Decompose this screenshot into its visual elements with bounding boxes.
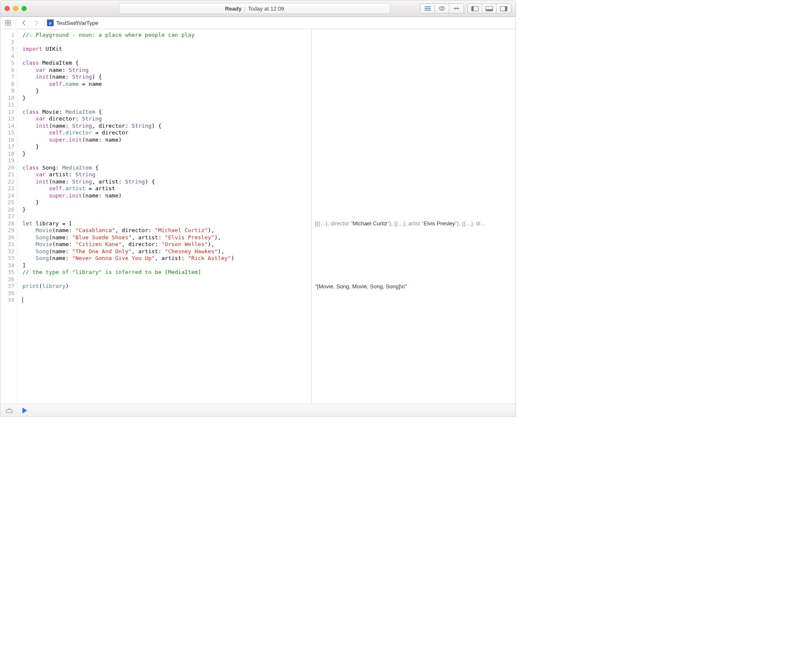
- line-number: 20: [0, 164, 17, 172]
- line-number: 39: [0, 297, 17, 304]
- playground-file-icon: p: [47, 19, 54, 26]
- minimize-window-button[interactable]: [13, 6, 18, 11]
- line-number: 14: [0, 123, 17, 130]
- toggle-bottom-panel-button[interactable]: [482, 4, 497, 13]
- svg-marker-13: [22, 408, 27, 413]
- svg-rect-9: [8, 20, 11, 22]
- panel-up-icon: [6, 408, 13, 413]
- toggle-debug-area-button[interactable]: [5, 406, 14, 415]
- left-panel-icon: [471, 6, 479, 11]
- compare-arrows-icon: [453, 6, 460, 11]
- nav-divider: [16, 19, 16, 27]
- line-number: 33: [0, 255, 17, 262]
- editor-mode-group: [420, 3, 464, 14]
- line-number: 3: [0, 46, 17, 53]
- svg-rect-11: [8, 23, 11, 25]
- line-number: 10: [0, 95, 17, 102]
- debug-bar: [0, 404, 516, 416]
- traffic-lights: [5, 6, 27, 11]
- line-number: 1: [0, 32, 17, 39]
- line-number: 12: [0, 109, 17, 116]
- line-number: 23: [0, 185, 17, 192]
- bottom-panel-icon: [486, 6, 493, 11]
- chevron-left-icon: [22, 20, 26, 26]
- standard-editor-icon: [424, 6, 431, 11]
- line-number: 36: [0, 276, 17, 283]
- line-number: 37: [0, 283, 17, 290]
- line-number: 8: [0, 81, 17, 88]
- venn-icon: [439, 5, 445, 11]
- svg-rect-5: [486, 9, 493, 11]
- line-number: 31: [0, 241, 17, 248]
- result-line-28[interactable]: [{{…}, director "Michael Curtiz"}, {{…},…: [315, 220, 512, 227]
- line-number: 38: [0, 290, 17, 297]
- line-number: 15: [0, 129, 17, 137]
- line-number: 18: [0, 151, 17, 158]
- status-label: Ready: [225, 5, 241, 12]
- line-number: 9: [0, 88, 17, 95]
- line-number: 25: [0, 199, 17, 206]
- line-number: 13: [0, 115, 17, 123]
- line-number: 24: [0, 192, 17, 200]
- line-number: 17: [0, 143, 17, 151]
- jump-bar: p TestSwiftVarType: [0, 17, 516, 29]
- nav-forward-button[interactable]: [31, 18, 41, 28]
- line-number: 22: [0, 178, 17, 186]
- line-number: 7: [0, 74, 17, 81]
- line-number: 26: [0, 206, 17, 214]
- svg-rect-12: [6, 410, 12, 413]
- line-number: 11: [0, 101, 17, 109]
- line-number-gutter[interactable]: 1234567891011121314151617181920212223242…: [0, 29, 17, 404]
- grid-icon: [5, 20, 11, 26]
- right-panel-icon: [500, 6, 508, 11]
- line-number: 19: [0, 157, 17, 164]
- close-window-button[interactable]: [5, 6, 10, 11]
- chevron-right-icon: [35, 20, 38, 26]
- assistant-editor-button[interactable]: [435, 4, 449, 13]
- breadcrumb[interactable]: TestSwiftVarType: [56, 20, 98, 26]
- line-number: 29: [0, 227, 17, 234]
- editor-area: 1234567891011121314151617181920212223242…: [0, 29, 516, 404]
- svg-rect-8: [5, 20, 8, 22]
- toolbar-right: [420, 3, 511, 14]
- line-number: 6: [0, 67, 17, 74]
- related-items-button[interactable]: [3, 18, 13, 28]
- svg-rect-10: [5, 23, 8, 25]
- line-number: 30: [0, 234, 17, 241]
- version-editor-button[interactable]: [449, 4, 464, 13]
- line-number: 2: [0, 39, 17, 46]
- line-number: 16: [0, 137, 17, 144]
- line-number: 28: [0, 220, 17, 227]
- line-number: 32: [0, 248, 17, 255]
- execute-playground-button[interactable]: [20, 406, 29, 415]
- line-number: 21: [0, 171, 17, 178]
- nav-back-button[interactable]: [19, 18, 29, 28]
- result-line-37[interactable]: "[Movie, Song, Movie, Song, Song]\n": [315, 283, 512, 290]
- svg-rect-3: [472, 6, 474, 11]
- line-number: 4: [0, 53, 17, 60]
- activity-viewer[interactable]: Ready | Today at 12:09: [119, 3, 390, 14]
- status-time: Today at 12:09: [248, 5, 284, 12]
- zoom-window-button[interactable]: [22, 6, 27, 11]
- standard-editor-button[interactable]: [420, 4, 435, 13]
- line-number: 34: [0, 262, 17, 269]
- play-icon: [22, 407, 27, 414]
- toggle-right-panel-button[interactable]: [497, 4, 511, 13]
- status-divider: |: [244, 5, 245, 12]
- toggle-left-panel-button[interactable]: [468, 4, 482, 13]
- nav-divider: [44, 19, 44, 27]
- results-sidebar[interactable]: [{{…}, director "Michael Curtiz"}, {{…},…: [311, 29, 516, 404]
- line-number: 35: [0, 269, 17, 276]
- line-number: 5: [0, 60, 17, 67]
- window-titlebar: Ready | Today at 12:09: [0, 0, 516, 17]
- source-editor[interactable]: //: Playground - noun: a place where peo…: [17, 29, 311, 404]
- svg-rect-7: [505, 6, 507, 11]
- line-number: 27: [0, 213, 17, 220]
- panel-toggle-group: [467, 3, 511, 14]
